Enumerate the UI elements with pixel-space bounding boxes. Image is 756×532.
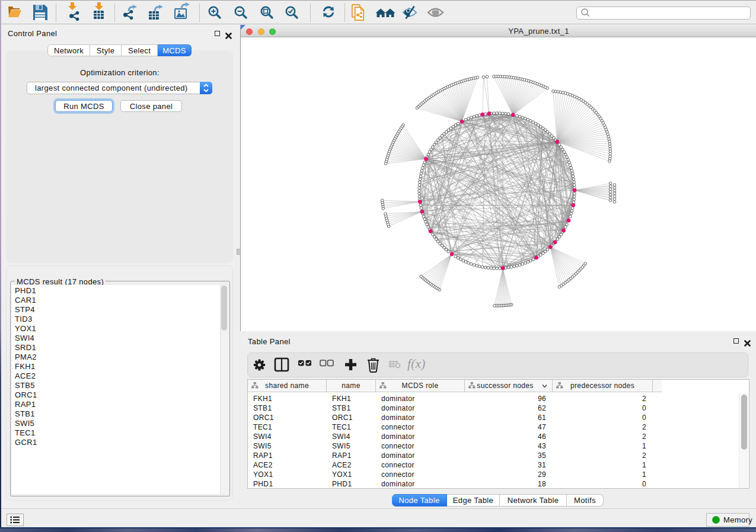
svg-text:f(x): f(x) — [407, 357, 426, 371]
